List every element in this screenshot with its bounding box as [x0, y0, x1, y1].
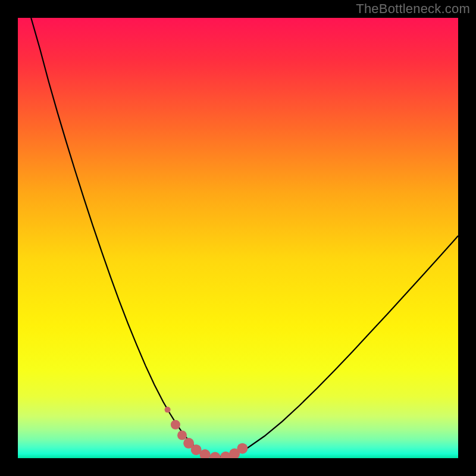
bottleneck-chart [0, 0, 476, 476]
highlight-marker [165, 407, 171, 413]
plot-background [18, 18, 458, 458]
highlight-marker [237, 443, 248, 454]
highlight-marker [171, 420, 180, 430]
highlight-marker [200, 449, 211, 460]
highlight-marker [210, 452, 221, 463]
chart-frame: TheBottleneck.com [0, 0, 476, 476]
highlight-marker [177, 431, 187, 440]
